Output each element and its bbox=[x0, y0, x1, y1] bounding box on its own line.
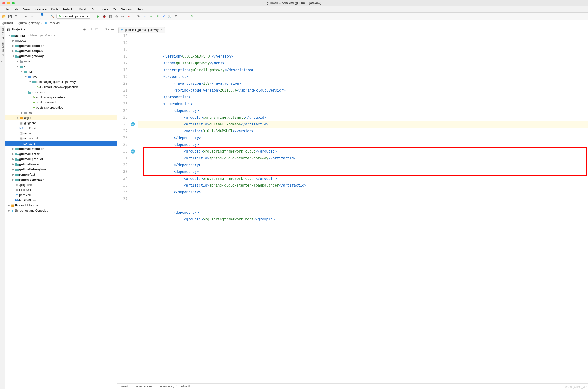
menu-run[interactable]: Run bbox=[88, 6, 99, 12]
chevron-right-icon[interactable]: ▶ bbox=[12, 178, 15, 181]
tree-java[interactable]: ▼java bbox=[5, 74, 117, 79]
tree-pkg[interactable]: ▼com.nanjing.gulimall.gateway bbox=[5, 79, 117, 84]
menu-window[interactable]: Window bbox=[119, 6, 135, 12]
line-number[interactable]: 17 bbox=[117, 60, 127, 67]
menu-view[interactable]: View bbox=[21, 6, 32, 12]
chevron-right-icon[interactable]: ▶ bbox=[7, 209, 11, 212]
tree-app_props[interactable]: ❖application.properties bbox=[5, 95, 117, 100]
chevron-down-icon[interactable]: ▼ bbox=[20, 70, 23, 73]
code-line-27[interactable]: <groupId>org.springframework.cloud</grou… bbox=[139, 148, 588, 155]
tree-gm_zhouyimo[interactable]: ▶gulimall-zhouyimo bbox=[5, 167, 117, 172]
tree-main[interactable]: ▼main bbox=[5, 69, 117, 74]
chevron-down-icon[interactable]: ▾ bbox=[24, 28, 26, 31]
project-tree[interactable]: ▼gulimall~/IdeaProjects/gulimall▶.idea▶g… bbox=[5, 33, 117, 389]
code-line-15[interactable]: <description>gulimall-gateway</descripti… bbox=[139, 67, 588, 73]
chevron-down-icon[interactable]: ▼ bbox=[16, 65, 19, 68]
collapse-all-icon[interactable]: ⇱ bbox=[94, 27, 99, 32]
project-panel-title[interactable]: Project bbox=[12, 28, 22, 31]
menu-code[interactable]: Code bbox=[49, 6, 61, 12]
menu-tools[interactable]: Tools bbox=[99, 6, 110, 12]
git-commit-icon[interactable]: ✔ bbox=[149, 14, 153, 19]
code-line-18[interactable]: <spring-cloud.version>2021.0.6</spring-c… bbox=[139, 87, 588, 94]
crumb-module[interactable]: gulimall-gateway bbox=[19, 22, 39, 25]
menu-help[interactable]: Help bbox=[135, 6, 146, 12]
code-line-22[interactable]: <groupId>com.nanjing.gulimall</groupId> bbox=[139, 114, 588, 121]
line-number[interactable]: 28 bbox=[117, 134, 127, 141]
code-line-30[interactable]: <dependency> bbox=[139, 168, 588, 175]
line-number[interactable]: 20 bbox=[117, 80, 127, 87]
line-number[interactable]: 36 bbox=[117, 189, 127, 196]
code-line-26[interactable]: <dependency> bbox=[139, 141, 588, 148]
ecrumb-3[interactable]: artifactId bbox=[180, 385, 191, 388]
tree-gm_common[interactable]: ▶gulimall-common bbox=[5, 43, 117, 48]
tree-target[interactable]: ▶target bbox=[5, 115, 117, 120]
sync-icon[interactable]: ⟳ bbox=[14, 14, 18, 19]
chevron-down-icon[interactable]: ▼ bbox=[24, 91, 28, 93]
debug-icon[interactable]: 🐞 bbox=[102, 14, 106, 19]
line-number[interactable]: 24 bbox=[117, 107, 127, 114]
menu-navigate[interactable]: Navigate bbox=[32, 6, 49, 12]
line-number[interactable]: 23 bbox=[117, 101, 127, 107]
override-mark-icon[interactable]: o↑ bbox=[131, 149, 135, 154]
tree-gm_member[interactable]: ▶gulimall-member bbox=[5, 146, 117, 151]
chevron-right-icon[interactable]: ▶ bbox=[16, 60, 19, 63]
code-line-35[interactable] bbox=[139, 202, 588, 209]
tree-app_yml[interactable]: ❖application.yml bbox=[5, 100, 117, 105]
chevron-down-icon[interactable]: ▼ bbox=[29, 81, 32, 83]
gutter[interactable]: 1314151617181920212223242526272829303132… bbox=[117, 33, 130, 383]
git-update-icon[interactable]: ↙ bbox=[143, 14, 147, 19]
chevron-right-icon[interactable]: ▶ bbox=[12, 153, 15, 155]
menu-refactor[interactable]: Refactor bbox=[61, 6, 77, 12]
git-rollback-icon[interactable]: ↶ bbox=[174, 14, 178, 19]
tab-pom[interactable]: m pom.xml (gulimall-gateway) × bbox=[118, 27, 165, 32]
ecrumb-1[interactable]: dependencies bbox=[135, 385, 152, 388]
ecrumb-0[interactable]: project bbox=[120, 385, 128, 388]
menu-file[interactable]: File bbox=[1, 6, 11, 12]
chevron-down-icon[interactable]: ▼ bbox=[12, 55, 15, 57]
code-line-37[interactable]: <groupId>org.springframework.boot</group… bbox=[139, 216, 588, 223]
chevron-right-icon[interactable]: ▶ bbox=[12, 50, 15, 52]
code-line-34[interactable] bbox=[139, 196, 588, 202]
tree-gitignore_root[interactable]: ▦.gitignore bbox=[5, 182, 117, 187]
crumb-file[interactable]: pom.xml bbox=[49, 22, 60, 25]
tree-gm_ware[interactable]: ▶gulimall-ware bbox=[5, 162, 117, 167]
ide-probe-icon[interactable]: 〰 bbox=[184, 14, 188, 19]
code-line-28[interactable]: <artifactId>spring-cloud-starter-gateway… bbox=[139, 155, 588, 162]
code-line-33[interactable]: </dependency> bbox=[139, 189, 588, 196]
tree-help_md[interactable]: MDHELP.md bbox=[5, 126, 117, 130]
line-number[interactable]: 26 bbox=[117, 121, 127, 128]
tree-pom_root[interactable]: mpom.xml bbox=[5, 193, 117, 197]
ecrumb-2[interactable]: dependency bbox=[159, 385, 174, 388]
tree-gm_gateway[interactable]: ▼gulimall-gateway bbox=[5, 53, 117, 59]
tree-gm_coupon[interactable]: ▶gulimall-coupon bbox=[5, 48, 117, 53]
tree-src[interactable]: ▼src bbox=[5, 64, 117, 69]
menu-git[interactable]: Git bbox=[110, 6, 119, 12]
code-line-21[interactable]: <dependency> bbox=[139, 107, 588, 114]
line-number[interactable]: 21 bbox=[117, 87, 127, 94]
save-all-icon[interactable]: 💾 bbox=[8, 14, 12, 19]
expand-all-icon[interactable]: ⇲ bbox=[88, 27, 93, 32]
chevron-right-icon[interactable]: ▶ bbox=[12, 147, 15, 150]
chevron-right-icon[interactable]: ▶ bbox=[12, 158, 15, 160]
code-line-13[interactable]: <version>0.0.1-SNAPSHOT</version> bbox=[139, 53, 588, 60]
tree-pom_sel[interactable]: mpom.xml bbox=[5, 141, 117, 146]
tree-license[interactable]: ▦LICENSE bbox=[5, 187, 117, 193]
line-number[interactable]: 31 bbox=[117, 155, 127, 162]
code-line-25[interactable]: </dependency> bbox=[139, 134, 588, 141]
code-line-24[interactable]: <version>0.0.1-SNAPSHOT</version> bbox=[139, 128, 588, 134]
line-number[interactable]: 14 bbox=[117, 39, 127, 46]
hide-icon[interactable]: — bbox=[111, 27, 115, 32]
ide-noentry-icon[interactable]: ⊘ bbox=[190, 14, 194, 19]
line-number[interactable]: 18 bbox=[117, 67, 127, 73]
line-number[interactable]: 22 bbox=[117, 94, 127, 101]
tree-idea[interactable]: ▶.idea bbox=[5, 38, 117, 43]
tree-gm_order[interactable]: ▶gulimall-order bbox=[5, 151, 117, 156]
git-push-icon[interactable]: ↗ bbox=[155, 14, 159, 19]
tree-mvnw_cmd[interactable]: ▦mvnw.cmd bbox=[5, 136, 117, 141]
tree-test[interactable]: ▶test bbox=[5, 110, 117, 115]
override-mark-icon[interactable]: o↑ bbox=[131, 122, 135, 126]
more-run-icon[interactable]: ⋯ bbox=[120, 14, 125, 19]
chevron-right-icon[interactable]: ▶ bbox=[12, 168, 15, 171]
line-number[interactable]: 34 bbox=[117, 175, 127, 182]
tree-gm_product[interactable]: ▶gulimall-product bbox=[5, 156, 117, 162]
